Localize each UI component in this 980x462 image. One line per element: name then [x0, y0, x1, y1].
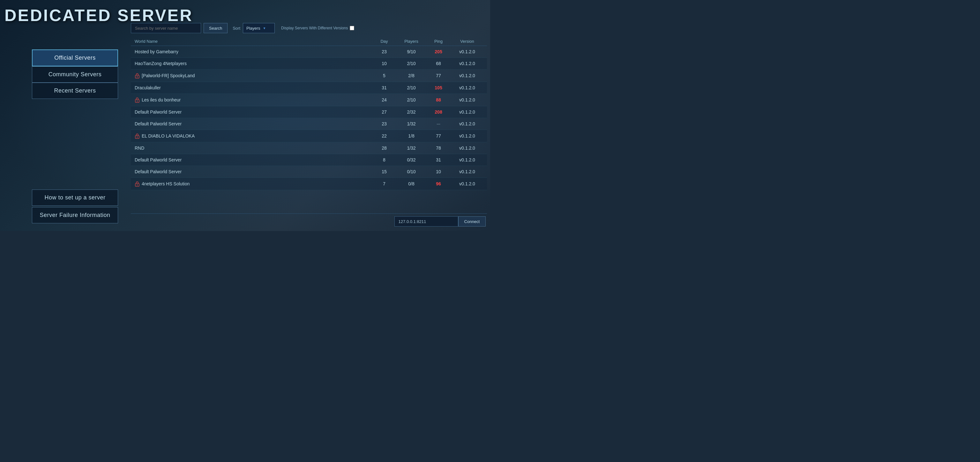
sidebar-btn-community[interactable]: Community Servers [32, 67, 118, 83]
server-name-cell: EL DIABLO LA VIDALOKA [135, 133, 371, 139]
sidebar-btn-recent[interactable]: Recent Servers [32, 83, 118, 99]
server-day: 28 [371, 146, 397, 151]
server-players: 9/10 [397, 49, 426, 54]
right-panel: Search Sort Players ▼ Display Servers Wi… [131, 23, 487, 228]
server-version: v0.1.2.0 [451, 181, 483, 186]
server-name-cell: Default Palworld Server [135, 110, 371, 114]
server-version: v0.1.2.0 [451, 146, 483, 151]
server-version: v0.1.2.0 [451, 157, 483, 162]
table-row[interactable]: Default Palworld Server80/3231v0.1.2.0 [131, 154, 487, 166]
col-world-name: World Name [135, 39, 371, 44]
table-row[interactable]: Default Palworld Server272/32208v0.1.2.0 [131, 106, 487, 118]
page-title: DEDICATED SERVER [5, 6, 193, 25]
connect-button[interactable]: Connect [458, 216, 486, 227]
col-version: Version [451, 39, 483, 44]
lock-icon [135, 181, 140, 187]
server-day: 24 [371, 97, 397, 102]
server-version: v0.1.2.0 [451, 49, 483, 54]
table-row[interactable]: Hosted by Gamebarry239/10205v0.1.2.0 [131, 46, 487, 58]
server-players: 0/10 [397, 169, 426, 174]
server-players: 0/32 [397, 157, 426, 162]
ip-input[interactable] [395, 216, 458, 227]
table-body: Hosted by Gamebarry239/10205v0.1.2.0HaoT… [131, 46, 487, 212]
server-name-text: Hosted by Gamebarry [135, 49, 178, 54]
server-version: v0.1.2.0 [451, 61, 483, 66]
server-ping: 77 [426, 133, 451, 138]
table-row[interactable]: Les iles du bonheur242/1088v0.1.2.0 [131, 94, 487, 106]
server-day: 8 [371, 157, 397, 162]
server-name-cell: Draculakuller [135, 85, 371, 90]
server-name-text: Default Palworld Server [135, 110, 181, 114]
table-row[interactable]: Draculakuller312/10105v0.1.2.0 [131, 82, 487, 94]
server-players: 2/8 [397, 73, 426, 78]
server-name-text: EL DIABLO LA VIDALOKA [142, 133, 195, 138]
server-players: 0/8 [397, 181, 426, 186]
svg-point-5 [137, 137, 138, 138]
table-row[interactable]: [Palworld-FR] SpookyLand52/877v0.1.2.0 [131, 70, 487, 82]
server-name-cell: Default Palworld Server [135, 169, 371, 174]
server-version: v0.1.2.0 [451, 133, 483, 138]
server-day: 31 [371, 85, 397, 90]
server-ping: 88 [426, 97, 451, 102]
server-day: 23 [371, 49, 397, 54]
server-ping: 10 [426, 169, 451, 174]
server-name-cell: Default Palworld Server [135, 157, 371, 162]
lock-icon [135, 133, 140, 139]
server-name-text: Default Palworld Server [135, 169, 181, 174]
server-ping: 31 [426, 157, 451, 162]
search-input[interactable] [131, 23, 201, 33]
server-day: 23 [371, 121, 397, 126]
table-header: World Name Day Players Ping Version [131, 37, 487, 46]
diff-versions-label: Display Servers With Different Versions [281, 26, 354, 30]
server-name-cell: Hosted by Gamebarry [135, 49, 371, 54]
server-day: 7 [371, 181, 397, 186]
server-day: 10 [371, 61, 397, 66]
server-name-text: Default Palworld Server [135, 121, 181, 126]
search-button[interactable]: Search [204, 23, 228, 33]
sidebar-btn-failure[interactable]: Server Failure Information [32, 207, 118, 223]
table-row[interactable]: EL DIABLO LA VIDALOKA221/877v0.1.2.0 [131, 130, 487, 142]
server-ping: 68 [426, 61, 451, 66]
table-row[interactable]: RND281/3278v0.1.2.0 [131, 142, 487, 154]
server-name-cell: HaoTianZong 4Netplayers [135, 61, 371, 66]
server-ping: 205 [426, 49, 451, 54]
sidebar-nav: Official ServersCommunity ServersRecent … [32, 49, 118, 99]
col-players: Players [397, 39, 426, 44]
server-table: World Name Day Players Ping Version Host… [131, 37, 487, 212]
server-version: v0.1.2.0 [451, 73, 483, 78]
server-name-text: [Palworld-FR] SpookyLand [142, 73, 195, 78]
search-row: Search Sort Players ▼ Display Servers Wi… [131, 23, 487, 33]
server-players: 1/32 [397, 121, 426, 126]
server-version: v0.1.2.0 [451, 121, 483, 126]
svg-point-1 [137, 76, 138, 77]
sidebar-btn-official[interactable]: Official Servers [32, 49, 118, 67]
table-row[interactable]: Default Palworld Server231/32···v0.1.2.0 [131, 118, 487, 130]
server-players: 2/32 [397, 110, 426, 114]
server-ping: 77 [426, 73, 451, 78]
diff-versions-checkbox[interactable] [350, 26, 354, 30]
server-players: 2/10 [397, 85, 426, 90]
server-name-text: Draculakuller [135, 85, 161, 90]
server-day: 5 [371, 73, 397, 78]
col-ping: Ping [426, 39, 451, 44]
table-row[interactable]: Default Palworld Server150/1010v0.1.2.0 [131, 166, 487, 178]
sidebar-btn-howto[interactable]: How to set up a server [32, 189, 118, 206]
sort-label: Sort [232, 26, 240, 31]
server-players: 2/10 [397, 61, 426, 66]
sidebar: Official ServersCommunity ServersRecent … [32, 49, 118, 223]
sort-dropdown[interactable]: Players ▼ [243, 23, 275, 33]
table-row[interactable]: 4netplayers HS Solution70/896v0.1.2.0 [131, 178, 487, 190]
server-ping: 105 [426, 85, 451, 90]
server-day: 27 [371, 110, 397, 114]
svg-point-7 [137, 184, 138, 186]
server-name-text: 4netplayers HS Solution [142, 181, 189, 186]
lock-icon [135, 97, 140, 103]
server-ping: ··· [426, 121, 451, 126]
table-row[interactable]: HaoTianZong 4Netplayers102/1068v0.1.2.0 [131, 58, 487, 70]
lock-icon [135, 73, 140, 78]
server-ping: 208 [426, 110, 451, 114]
server-name-cell: 4netplayers HS Solution [135, 181, 371, 187]
server-name-text: RND [135, 146, 144, 151]
server-version: v0.1.2.0 [451, 97, 483, 102]
server-name-cell: RND [135, 146, 371, 151]
